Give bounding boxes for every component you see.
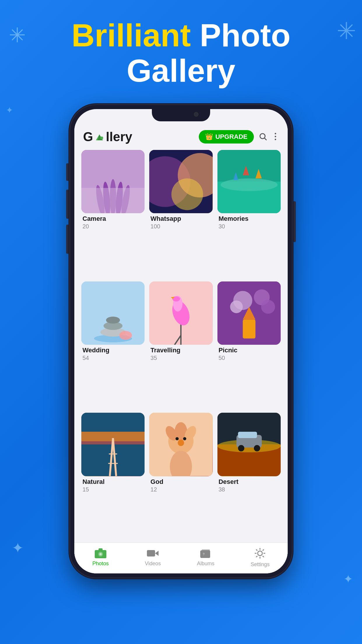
nav-albums[interactable]: ? Albums: [197, 548, 215, 567]
svg-point-60: [183, 437, 187, 440]
upgrade-button[interactable]: 👑 UPGRADE: [199, 130, 254, 144]
svg-point-3: [260, 134, 265, 139]
svg-point-68: [254, 445, 260, 452]
album-name: Camera: [81, 215, 145, 223]
album-thumbnail: [217, 150, 281, 213]
album-item[interactable]: Natural15: [81, 413, 145, 540]
svg-line-84: [256, 550, 257, 551]
svg-point-30: [119, 331, 132, 340]
bottom-nav: Photos Videos ? Albums: [74, 542, 288, 573]
hero-brilliant: Brilliant: [71, 17, 191, 53]
hero-title: Brilliant Photo Gallery: [0, 18, 362, 88]
albums-nav-label: Albums: [197, 561, 215, 567]
side-button: [294, 201, 296, 242]
hero-photo: Photo: [191, 17, 291, 53]
album-name: Whatsapp: [149, 215, 212, 223]
album-item[interactable]: Whatsapp100: [149, 150, 212, 277]
nav-settings[interactable]: Settings: [251, 547, 270, 568]
svg-point-21: [221, 178, 278, 191]
album-count: 50: [217, 355, 281, 361]
svg-point-79: [258, 551, 262, 556]
svg-point-59: [176, 437, 179, 440]
album-name: Travelling: [149, 346, 212, 354]
photo-grid: Camera20 Whatsapp100 Memories30 Wedding5…: [74, 147, 288, 542]
album-count: 12: [149, 486, 212, 493]
album-count: 30: [217, 223, 281, 230]
album-name: God: [149, 478, 212, 486]
svg-text:?: ?: [203, 553, 205, 556]
svg-line-85: [263, 556, 264, 557]
svg-point-67: [238, 445, 244, 452]
svg-rect-14: [81, 188, 145, 213]
more-button[interactable]: [272, 132, 279, 142]
album-item[interactable]: Camera20: [81, 150, 145, 277]
svg-point-18: [171, 178, 203, 210]
svg-marker-74: [155, 551, 159, 556]
logo-mountain-icon: [94, 132, 105, 141]
side-button: [66, 225, 68, 254]
album-name: Desert: [217, 478, 281, 486]
album-count: 20: [81, 223, 145, 230]
search-button[interactable]: [259, 132, 267, 142]
svg-point-71: [99, 553, 102, 555]
svg-point-42: [261, 300, 275, 314]
album-thumbnail: [149, 281, 212, 345]
svg-rect-72: [99, 548, 103, 551]
album-item[interactable]: Picnic50: [217, 281, 281, 408]
settings-nav-label: Settings: [251, 561, 270, 568]
album-name: Picnic: [217, 346, 281, 354]
album-thumbnail: [81, 281, 145, 345]
album-thumbnail: [217, 281, 281, 345]
camera-sensor: [194, 112, 198, 117]
svg-rect-66: [238, 432, 257, 438]
side-button: [66, 163, 68, 181]
upgrade-label: UPGRADE: [215, 133, 247, 141]
notch: [152, 109, 210, 121]
phone-frame: G llery 👑 UPGRADE: [70, 105, 292, 578]
logo-g: G: [83, 130, 93, 144]
album-count: 15: [81, 486, 145, 493]
album-thumbnail: [81, 413, 145, 476]
svg-rect-43: [243, 319, 255, 338]
album-item[interactable]: Desert38: [217, 413, 281, 540]
nav-videos[interactable]: Videos: [145, 548, 161, 567]
album-item[interactable]: God12: [149, 413, 212, 540]
svg-point-2: [100, 136, 103, 139]
album-thumbnail: [149, 150, 212, 213]
svg-line-87: [256, 556, 257, 557]
svg-point-29: [106, 316, 120, 323]
album-item[interactable]: Memories30: [217, 150, 281, 277]
album-item[interactable]: Travelling35: [149, 281, 212, 408]
photos-nav-label: Photos: [92, 561, 109, 567]
header-actions: 👑 UPGRADE: [199, 130, 279, 144]
album-thumbnail: [81, 150, 145, 213]
svg-line-4: [265, 138, 267, 140]
svg-line-86: [263, 550, 264, 551]
svg-point-41: [230, 300, 242, 313]
album-count: 35: [149, 355, 212, 361]
album-count: 100: [149, 223, 212, 230]
hero-gallery: Gallery: [126, 52, 235, 88]
app-header: G llery 👑 UPGRADE: [74, 124, 288, 147]
phone-screen: G llery 👑 UPGRADE: [74, 109, 288, 573]
svg-point-6: [275, 136, 276, 137]
album-name: Wedding: [81, 346, 145, 354]
svg-rect-73: [147, 550, 155, 556]
svg-rect-75: [201, 551, 210, 558]
album-count: 38: [217, 486, 281, 493]
logo-allery: llery: [106, 130, 132, 144]
sparkle-decoration: ✦: [12, 540, 24, 556]
nav-photos[interactable]: Photos: [92, 548, 109, 567]
sparkle-decoration: ✦: [6, 105, 13, 115]
svg-point-58: [178, 440, 184, 446]
crown-icon: 👑: [205, 133, 213, 141]
album-count: 54: [81, 355, 145, 361]
svg-point-7: [275, 139, 276, 140]
album-thumbnail: [149, 413, 212, 476]
sparkle-decoration: ✦: [343, 572, 353, 586]
album-thumbnail: [217, 413, 281, 476]
album-name: Memories: [217, 215, 281, 223]
album-name: Natural: [81, 478, 145, 486]
svg-point-5: [275, 133, 276, 134]
album-item[interactable]: Wedding54: [81, 281, 145, 408]
